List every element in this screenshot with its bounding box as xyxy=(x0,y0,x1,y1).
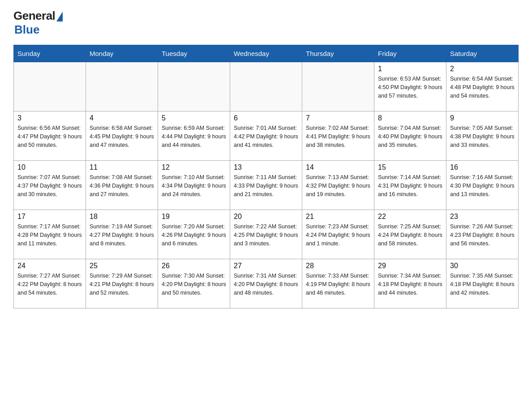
calendar-day-cell xyxy=(14,62,86,111)
calendar-day-cell: 15Sunrise: 7:14 AM Sunset: 4:31 PM Dayli… xyxy=(374,161,446,210)
day-number: 11 xyxy=(90,163,154,171)
calendar-day-cell: 28Sunrise: 7:33 AM Sunset: 4:19 PM Dayli… xyxy=(302,259,374,308)
day-info: Sunrise: 7:20 AM Sunset: 4:26 PM Dayligh… xyxy=(162,223,226,248)
day-info: Sunrise: 6:56 AM Sunset: 4:47 PM Dayligh… xyxy=(17,124,82,149)
day-number: 1 xyxy=(378,65,442,73)
day-number: 9 xyxy=(450,114,515,122)
day-number: 14 xyxy=(306,163,370,171)
calendar-day-cell: 23Sunrise: 7:26 AM Sunset: 4:23 PM Dayli… xyxy=(446,210,519,259)
calendar-day-cell: 6Sunrise: 7:01 AM Sunset: 4:42 PM Daylig… xyxy=(230,111,302,161)
day-number: 24 xyxy=(17,262,82,270)
day-info: Sunrise: 7:11 AM Sunset: 4:33 PM Dayligh… xyxy=(234,173,298,198)
weekday-header-thursday: Thursday xyxy=(302,45,374,62)
day-info: Sunrise: 7:08 AM Sunset: 4:36 PM Dayligh… xyxy=(90,173,154,198)
calendar-week-row: 24Sunrise: 7:27 AM Sunset: 4:22 PM Dayli… xyxy=(14,259,519,308)
day-number: 18 xyxy=(90,213,154,221)
day-number: 22 xyxy=(378,213,442,221)
calendar-week-row: 1Sunrise: 6:53 AM Sunset: 4:50 PM Daylig… xyxy=(14,62,519,111)
calendar-day-cell: 27Sunrise: 7:31 AM Sunset: 4:20 PM Dayli… xyxy=(230,259,302,308)
calendar-day-cell: 29Sunrise: 7:34 AM Sunset: 4:18 PM Dayli… xyxy=(374,259,446,308)
day-info: Sunrise: 6:58 AM Sunset: 4:45 PM Dayligh… xyxy=(90,124,154,149)
calendar-day-cell: 22Sunrise: 7:25 AM Sunset: 4:24 PM Dayli… xyxy=(374,210,446,259)
day-info: Sunrise: 7:29 AM Sunset: 4:21 PM Dayligh… xyxy=(90,272,154,297)
weekday-header-friday: Friday xyxy=(374,45,446,62)
logo-blue-text: Blue xyxy=(14,23,39,37)
calendar-day-cell: 4Sunrise: 6:58 AM Sunset: 4:45 PM Daylig… xyxy=(86,111,158,161)
calendar-day-cell: 24Sunrise: 7:27 AM Sunset: 4:22 PM Dayli… xyxy=(14,259,86,308)
calendar-day-cell: 9Sunrise: 7:05 AM Sunset: 4:38 PM Daylig… xyxy=(446,111,519,161)
day-info: Sunrise: 7:01 AM Sunset: 4:42 PM Dayligh… xyxy=(234,124,298,149)
calendar-day-cell: 16Sunrise: 7:16 AM Sunset: 4:30 PM Dayli… xyxy=(446,161,519,210)
calendar-day-cell: 21Sunrise: 7:23 AM Sunset: 4:24 PM Dayli… xyxy=(302,210,374,259)
calendar-day-cell: 5Sunrise: 6:59 AM Sunset: 4:44 PM Daylig… xyxy=(158,111,230,161)
day-info: Sunrise: 7:19 AM Sunset: 4:27 PM Dayligh… xyxy=(90,223,154,248)
day-number: 5 xyxy=(162,114,226,122)
day-info: Sunrise: 6:54 AM Sunset: 4:48 PM Dayligh… xyxy=(450,75,515,100)
day-number: 3 xyxy=(17,114,82,122)
calendar-week-row: 3Sunrise: 6:56 AM Sunset: 4:47 PM Daylig… xyxy=(14,111,519,161)
day-number: 15 xyxy=(378,163,442,171)
day-number: 7 xyxy=(306,114,370,122)
calendar-day-cell: 20Sunrise: 7:22 AM Sunset: 4:25 PM Dayli… xyxy=(230,210,302,259)
calendar-day-cell xyxy=(230,62,302,111)
weekday-header-wednesday: Wednesday xyxy=(230,45,302,62)
day-number: 6 xyxy=(234,114,298,122)
day-number: 12 xyxy=(162,163,226,171)
day-info: Sunrise: 7:05 AM Sunset: 4:38 PM Dayligh… xyxy=(450,124,515,149)
calendar-day-cell: 3Sunrise: 6:56 AM Sunset: 4:47 PM Daylig… xyxy=(14,111,86,161)
day-info: Sunrise: 7:07 AM Sunset: 4:37 PM Dayligh… xyxy=(17,173,82,198)
day-number: 29 xyxy=(378,262,442,270)
calendar-day-cell: 12Sunrise: 7:10 AM Sunset: 4:34 PM Dayli… xyxy=(158,161,230,210)
logo: General Blue xyxy=(13,9,63,37)
calendar-week-row: 17Sunrise: 7:17 AM Sunset: 4:28 PM Dayli… xyxy=(14,210,519,259)
day-number: 25 xyxy=(90,262,154,270)
day-info: Sunrise: 7:26 AM Sunset: 4:23 PM Dayligh… xyxy=(450,223,515,248)
day-info: Sunrise: 7:23 AM Sunset: 4:24 PM Dayligh… xyxy=(306,223,370,248)
calendar-day-cell: 2Sunrise: 6:54 AM Sunset: 4:48 PM Daylig… xyxy=(446,62,519,111)
day-info: Sunrise: 7:04 AM Sunset: 4:40 PM Dayligh… xyxy=(378,124,442,149)
calendar-day-cell: 25Sunrise: 7:29 AM Sunset: 4:21 PM Dayli… xyxy=(86,259,158,308)
day-number: 4 xyxy=(90,114,154,122)
day-info: Sunrise: 7:17 AM Sunset: 4:28 PM Dayligh… xyxy=(17,223,82,248)
day-info: Sunrise: 7:25 AM Sunset: 4:24 PM Dayligh… xyxy=(378,223,442,248)
day-info: Sunrise: 6:59 AM Sunset: 4:44 PM Dayligh… xyxy=(162,124,226,149)
weekday-header-monday: Monday xyxy=(86,45,158,62)
calendar-day-cell: 14Sunrise: 7:13 AM Sunset: 4:32 PM Dayli… xyxy=(302,161,374,210)
day-number: 8 xyxy=(378,114,442,122)
weekday-header-tuesday: Tuesday xyxy=(158,45,230,62)
calendar-day-cell: 13Sunrise: 7:11 AM Sunset: 4:33 PM Dayli… xyxy=(230,161,302,210)
calendar-day-cell xyxy=(302,62,374,111)
day-number: 30 xyxy=(450,262,515,270)
calendar-day-cell: 26Sunrise: 7:30 AM Sunset: 4:20 PM Dayli… xyxy=(158,259,230,308)
logo-triangle-icon xyxy=(56,12,63,21)
day-info: Sunrise: 7:30 AM Sunset: 4:20 PM Dayligh… xyxy=(162,272,226,297)
day-number: 13 xyxy=(234,163,298,171)
day-number: 20 xyxy=(234,213,298,221)
calendar-day-cell: 18Sunrise: 7:19 AM Sunset: 4:27 PM Dayli… xyxy=(86,210,158,259)
day-number: 19 xyxy=(162,213,226,221)
calendar-day-cell: 7Sunrise: 7:02 AM Sunset: 4:41 PM Daylig… xyxy=(302,111,374,161)
day-number: 17 xyxy=(17,213,82,221)
calendar-day-cell xyxy=(158,62,230,111)
day-number: 23 xyxy=(450,213,515,221)
day-info: Sunrise: 7:33 AM Sunset: 4:19 PM Dayligh… xyxy=(306,272,370,297)
day-info: Sunrise: 7:27 AM Sunset: 4:22 PM Dayligh… xyxy=(17,272,82,297)
day-info: Sunrise: 7:13 AM Sunset: 4:32 PM Dayligh… xyxy=(306,173,370,198)
day-number: 10 xyxy=(17,163,82,171)
calendar-week-row: 10Sunrise: 7:07 AM Sunset: 4:37 PM Dayli… xyxy=(14,161,519,210)
calendar-day-cell: 19Sunrise: 7:20 AM Sunset: 4:26 PM Dayli… xyxy=(158,210,230,259)
day-info: Sunrise: 7:35 AM Sunset: 4:18 PM Dayligh… xyxy=(450,272,515,297)
calendar-day-cell: 30Sunrise: 7:35 AM Sunset: 4:18 PM Dayli… xyxy=(446,259,519,308)
day-number: 16 xyxy=(450,163,515,171)
day-info: Sunrise: 7:34 AM Sunset: 4:18 PM Dayligh… xyxy=(378,272,442,297)
logo-general-text: General xyxy=(13,9,55,23)
day-info: Sunrise: 7:31 AM Sunset: 4:20 PM Dayligh… xyxy=(234,272,298,297)
page-header: General Blue xyxy=(13,9,519,37)
day-number: 2 xyxy=(450,65,515,73)
weekday-header-saturday: Saturday xyxy=(446,45,519,62)
day-info: Sunrise: 7:14 AM Sunset: 4:31 PM Dayligh… xyxy=(378,173,442,198)
calendar-day-cell: 1Sunrise: 6:53 AM Sunset: 4:50 PM Daylig… xyxy=(374,62,446,111)
calendar-day-cell: 8Sunrise: 7:04 AM Sunset: 4:40 PM Daylig… xyxy=(374,111,446,161)
day-info: Sunrise: 7:22 AM Sunset: 4:25 PM Dayligh… xyxy=(234,223,298,248)
calendar-day-cell: 11Sunrise: 7:08 AM Sunset: 4:36 PM Dayli… xyxy=(86,161,158,210)
